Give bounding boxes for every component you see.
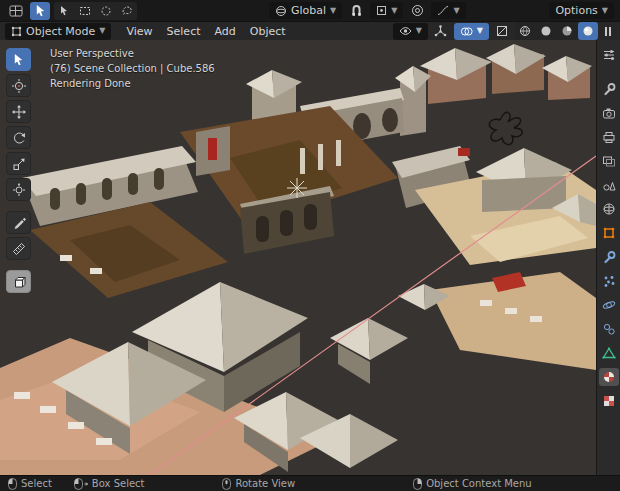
menu-object[interactable]: Object: [244, 24, 292, 39]
overlays-dropdown[interactable]: ▼: [454, 23, 489, 40]
chevron-down-icon: ▼: [453, 7, 459, 15]
snap-magnet-icon[interactable]: [346, 2, 366, 20]
mode-dropdown[interactable]: Object Mode ▼: [5, 23, 111, 40]
tab-view-layer[interactable]: [599, 152, 619, 170]
tab-physics[interactable]: [599, 296, 619, 314]
menu-add[interactable]: Add: [209, 24, 242, 39]
menu-view[interactable]: View: [120, 24, 158, 39]
select-mode-group: [54, 2, 137, 20]
options-dropdown[interactable]: Options ▼: [549, 2, 614, 19]
chevron-down-icon: ▼: [330, 7, 336, 15]
tab-render[interactable]: [599, 104, 619, 122]
visibility-dropdown[interactable]: ▼: [393, 23, 428, 40]
tab-tool[interactable]: [599, 80, 619, 98]
status-rotate-view-label: Rotate View: [235, 478, 295, 489]
shading-material-icon[interactable]: [557, 22, 577, 40]
texture-checker-icon: [602, 394, 616, 408]
flare-starburst: [287, 178, 307, 198]
tool-measure[interactable]: [6, 237, 31, 260]
tab-particles[interactable]: [599, 272, 619, 290]
transform-orientation-dropdown[interactable]: Global ▼: [269, 2, 342, 19]
lasso-select-icon[interactable]: [117, 2, 137, 20]
tab-texture[interactable]: [599, 392, 619, 410]
constraints-icon: [602, 322, 616, 336]
xray-toggle-icon[interactable]: [492, 22, 512, 40]
active-tool-cursor-icon[interactable]: [30, 2, 50, 20]
tool-cursor[interactable]: [6, 74, 31, 97]
tab-constraints[interactable]: [599, 320, 619, 338]
mode-label: Object Mode: [26, 25, 95, 38]
main-area: User Perspective (76) Scene Collection |…: [0, 40, 620, 475]
snap-target-icon: [376, 5, 387, 16]
move-icon: [12, 105, 26, 119]
viewport-header: Object Mode ▼ View Select Add Object ▼ ▼: [0, 22, 620, 40]
annotate-pen-icon: [12, 216, 26, 230]
chevron-down-icon: ▼: [477, 27, 483, 35]
status-select-label: Select: [21, 478, 52, 489]
mouse-middle-icon: [222, 478, 231, 490]
tool-rotate[interactable]: [6, 126, 31, 149]
tab-world[interactable]: [599, 200, 619, 218]
viewport-3d[interactable]: User Perspective (76) Scene Collection |…: [0, 40, 596, 475]
options-label: Options: [555, 4, 597, 17]
tab-output[interactable]: [599, 128, 619, 146]
mouse-right-icon: [413, 478, 422, 490]
proportional-falloff-dropdown[interactable]: ▼: [431, 2, 465, 19]
tool-annotate[interactable]: [6, 211, 31, 234]
viewport-canvas[interactable]: [0, 40, 596, 475]
box-select-icon[interactable]: [75, 2, 95, 20]
status-bar: Select Box Select Rotate View Object Con…: [0, 475, 620, 491]
orientation-globe-icon: [275, 5, 287, 17]
scale-icon: [12, 157, 26, 171]
particles-icon: [602, 274, 616, 288]
tab-object-data[interactable]: [599, 344, 619, 362]
gizmo-icon[interactable]: [431, 22, 451, 40]
status-rotate-view: Rotate View: [222, 478, 295, 490]
properties-tab-strip: [596, 40, 620, 475]
properties-editor-icon[interactable]: [599, 46, 619, 64]
chevron-down-icon: ▼: [602, 7, 608, 15]
tab-modifiers[interactable]: [599, 248, 619, 266]
overlays-icon: [460, 26, 473, 37]
cursor-icon: [12, 79, 26, 93]
select-box-icon: [12, 53, 25, 66]
tool-scale[interactable]: [6, 152, 31, 175]
render-camera-icon: [602, 106, 616, 120]
tweak-select-icon[interactable]: [54, 2, 74, 20]
snap-target-dropdown[interactable]: ▼: [370, 2, 403, 19]
mouse-left-drag-icon: [74, 478, 88, 490]
menu-select[interactable]: Select: [161, 24, 207, 39]
tab-object[interactable]: [599, 224, 619, 242]
editor-type-icon[interactable]: [6, 2, 26, 20]
visibility-eye-icon: [399, 26, 412, 36]
status-select: Select: [8, 478, 52, 490]
measure-ruler-icon: [12, 242, 26, 256]
status-box-select-label: Box Select: [92, 478, 145, 489]
modifier-wrench-icon: [602, 250, 616, 264]
shading-rendered-icon[interactable]: [578, 22, 598, 40]
pause-button[interactable]: [605, 27, 611, 36]
shading-wireframe-icon[interactable]: [515, 22, 535, 40]
physics-orbit-icon: [602, 298, 616, 312]
view-layer-icon: [602, 154, 616, 168]
tool-select-box[interactable]: [6, 48, 31, 71]
menu-bar: View Select Add Object: [120, 24, 291, 39]
circle-select-icon[interactable]: [96, 2, 116, 20]
transform-icon: [12, 183, 26, 197]
scene-cone-icon: [602, 178, 616, 192]
chevron-down-icon: ▼: [99, 27, 105, 35]
tool-shelf: [6, 48, 31, 293]
orientation-label: Global: [291, 4, 326, 17]
tool-add-cube[interactable]: [6, 270, 31, 293]
object-properties-icon: [602, 226, 616, 240]
tool-move[interactable]: [6, 100, 31, 123]
material-sphere-icon: [602, 370, 616, 384]
shading-mode-group: [515, 22, 598, 40]
object-mode-icon: [11, 26, 22, 37]
tool-transform[interactable]: [6, 178, 31, 201]
proportional-editing-icon[interactable]: [407, 2, 427, 20]
shading-solid-icon[interactable]: [536, 22, 556, 40]
mouse-left-icon: [8, 478, 17, 490]
tab-scene[interactable]: [599, 176, 619, 194]
tab-material[interactable]: [599, 368, 619, 386]
